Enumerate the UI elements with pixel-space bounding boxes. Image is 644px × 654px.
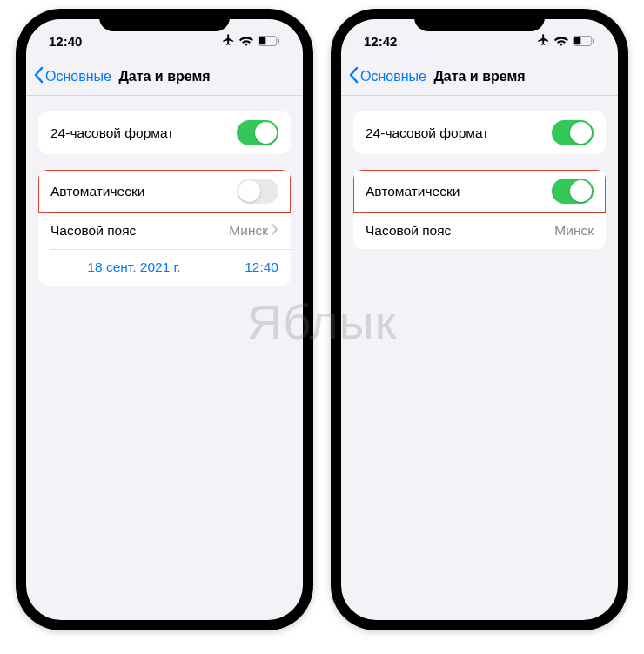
content: 24-часовой формат Автоматически Часовой … [26,96,303,620]
screen: 12:42 Основные Дата и время [341,19,618,620]
nav-bar: Основные Дата и время [26,57,303,96]
status-time: 12:42 [364,29,397,49]
screen: 12:40 Основные Дата и время [26,19,303,620]
home-indicator[interactable] [427,620,532,624]
battery-icon [573,34,595,49]
row-24h-label: 24-часовой формат [50,125,173,141]
battery-icon [258,34,280,49]
nav-bar: Основные Дата и время [341,57,618,96]
row-24h: 24-часовой формат [38,111,291,154]
row-tz-label: Часовой пояс [366,223,451,239]
row-timezone[interactable]: Часовой пояс Минск [38,212,291,249]
status-icons [537,28,595,49]
row-timezone: Часовой пояс Минск [353,212,606,249]
svg-rect-2 [278,38,279,43]
group-24h: 24-часовой формат [353,111,606,154]
toggle-auto[interactable] [237,179,278,204]
row-datetime-picker[interactable]: 18 сент. 2021 г. 12:40 [38,249,291,286]
row-tz-value: Минск [229,223,268,239]
svg-rect-1 [259,37,265,44]
row-24h: 24-часовой формат [353,111,606,154]
chevron-left-icon [348,66,359,87]
airplane-icon [537,33,550,49]
status-time: 12:40 [49,29,82,49]
row-tz-label: Часовой пояс [50,223,136,239]
wifi-icon [239,34,253,49]
back-button[interactable]: Основные [26,66,111,87]
row-auto-label: Автоматически [50,184,144,199]
picker-time[interactable]: 12:40 [218,260,278,275]
content: 24-часовой формат Автоматически Часовой … [341,96,618,620]
toggle-24h[interactable] [237,120,278,145]
back-label: Основные [360,69,426,84]
row-auto: Автоматически [38,170,291,212]
back-label: Основные [45,69,111,84]
phone-left: 12:40 Основные Дата и время [16,9,313,630]
chevron-right-icon [272,223,278,239]
svg-rect-4 [574,37,580,44]
page-title: Дата и время [118,69,210,84]
group-auto: Автоматически Часовой пояс Минск 18 сент… [38,170,291,286]
home-indicator[interactable] [112,620,217,624]
notch [414,9,545,31]
picker-date[interactable]: 18 сент. 2021 г. [50,260,218,275]
group-auto: Автоматически Часовой пояс Минск [353,170,606,249]
airplane-icon [222,33,235,49]
phone-right: 12:42 Основные Дата и время [331,9,628,630]
page-title: Дата и время [433,69,525,84]
back-button[interactable]: Основные [341,66,426,87]
row-tz-value: Минск [554,223,594,239]
wifi-icon [554,34,568,49]
chevron-left-icon [33,66,44,87]
toggle-auto[interactable] [552,179,594,204]
group-24h: 24-часовой формат [38,111,291,154]
row-24h-label: 24-часовой формат [366,125,488,141]
svg-rect-5 [593,38,594,43]
status-icons [222,28,280,49]
row-auto-label: Автоматически [366,184,460,199]
notch [99,9,230,31]
toggle-24h[interactable] [552,120,594,145]
row-auto: Автоматически [353,170,606,212]
